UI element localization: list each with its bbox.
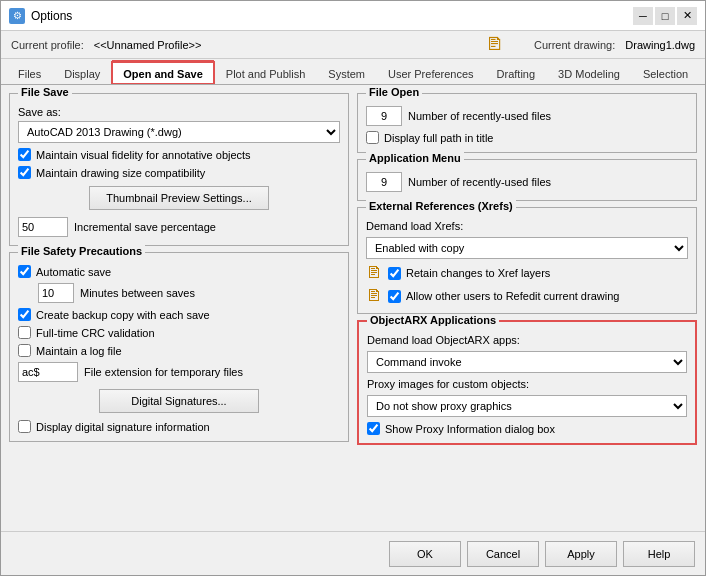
incremental-save-input[interactable] [18, 217, 68, 237]
digital-info-checkbox[interactable] [18, 420, 31, 433]
backup-label: Create backup copy with each save [36, 309, 210, 321]
xrefs-title: External References (Xrefs) [366, 200, 516, 212]
content-area: File Save Save as: AutoCAD 2013 Drawing … [1, 85, 705, 531]
crc-checkbox-row: Full-time CRC validation [18, 326, 340, 339]
allow-refedit-label: Allow other users to Refedit current dra… [406, 290, 619, 302]
drawing-size-checkbox[interactable] [18, 166, 31, 179]
tab-files[interactable]: Files [7, 62, 52, 84]
visual-fidelity-checkbox[interactable] [18, 148, 31, 161]
retain-changes-checkbox-row: Retain changes to Xref layers [388, 267, 550, 280]
tab-drafting[interactable]: Drafting [486, 62, 547, 84]
save-as-row: Save as: AutoCAD 2013 Drawing (*.dwg) [18, 106, 340, 143]
allow-refedit-checkbox-row: Allow other users to Refedit current dra… [388, 290, 619, 303]
right-panel: File Open Number of recently-used files … [357, 93, 697, 523]
minutes-input[interactable] [38, 283, 74, 303]
tab-system[interactable]: System [317, 62, 376, 84]
recent-files-input[interactable] [366, 106, 402, 126]
xref-icon-1: 🖹 [366, 264, 382, 282]
objectarx-group: ObjectARX Applications Demand load Objec… [357, 320, 697, 445]
app-menu-recent-input[interactable] [366, 172, 402, 192]
proxy-images-dropdown[interactable]: Do not show proxy graphics [367, 395, 687, 417]
demand-load-xrefs-label: Demand load Xrefs: [366, 220, 688, 232]
auto-save-checkbox[interactable] [18, 265, 31, 278]
save-as-label: Save as: [18, 106, 340, 118]
recent-files-label: Number of recently-used files [408, 110, 551, 122]
drawing-icon: 🖹 [486, 34, 504, 55]
xrefs-content: Demand load Xrefs: Enabled with copy 🖹 R… [366, 220, 688, 305]
crc-label: Full-time CRC validation [36, 327, 155, 339]
digital-info-checkbox-row: Display digital signature information [18, 420, 340, 433]
show-proxy-checkbox-row: Show Proxy Information dialog box [367, 422, 687, 435]
left-panel: File Save Save as: AutoCAD 2013 Drawing … [9, 93, 349, 523]
profile-bar: Current profile: <<Unnamed Profile>> 🖹 C… [1, 31, 705, 59]
full-path-checkbox[interactable] [366, 131, 379, 144]
app-icon: ⚙ [9, 8, 25, 24]
file-open-group: File Open Number of recently-used files … [357, 93, 697, 153]
tab-selection[interactable]: Selection [632, 62, 699, 84]
tab-3d-modeling[interactable]: 3D Modeling [547, 62, 631, 84]
tab-display[interactable]: Display [53, 62, 111, 84]
file-ext-label: File extension for temporary files [84, 366, 243, 378]
window-controls: ─ □ ✕ [633, 7, 697, 25]
visual-fidelity-checkbox-row: Maintain visual fidelity for annotative … [18, 148, 340, 161]
objectarx-content: Demand load ObjectARX apps: Command invo… [367, 334, 687, 435]
backup-checkbox-row: Create backup copy with each save [18, 308, 340, 321]
apply-button[interactable]: Apply [545, 541, 617, 567]
thumbnail-preview-button[interactable]: Thumbnail Preview Settings... [89, 186, 269, 210]
auto-save-label: Automatic save [36, 266, 111, 278]
current-drawing-label: Current drawing: [534, 39, 615, 51]
log-file-label: Maintain a log file [36, 345, 122, 357]
title-bar-left: ⚙ Options [9, 8, 72, 24]
digital-info-label: Display digital signature information [36, 421, 210, 433]
incremental-save-row: Incremental save percentage [18, 217, 340, 237]
file-open-title: File Open [366, 86, 422, 98]
tab-open-save[interactable]: Open and Save [112, 62, 213, 84]
xref-icon-2: 🖹 [366, 287, 382, 305]
log-file-checkbox[interactable] [18, 344, 31, 357]
file-save-content: Save as: AutoCAD 2013 Drawing (*.dwg) Ma… [18, 106, 340, 237]
file-safety-group: File Safety Precautions Automatic save M… [9, 252, 349, 442]
window-title: Options [31, 9, 72, 23]
retain-changes-label: Retain changes to Xref layers [406, 267, 550, 279]
options-dialog: ⚙ Options ─ □ ✕ Current profile: <<Unnam… [0, 0, 706, 576]
profile-name: <<Unnamed Profile>> [94, 39, 202, 51]
tab-user-preferences[interactable]: User Preferences [377, 62, 485, 84]
objectarx-title: ObjectARX Applications [367, 314, 499, 326]
file-safety-title: File Safety Precautions [18, 245, 145, 257]
save-as-dropdown[interactable]: AutoCAD 2013 Drawing (*.dwg) [18, 121, 340, 143]
app-menu-content: Number of recently-used files [366, 172, 688, 192]
retain-changes-row: 🖹 Retain changes to Xref layers [366, 264, 688, 282]
tab-plot-publish[interactable]: Plot and Publish [215, 62, 317, 84]
xrefs-group: External References (Xrefs) Demand load … [357, 207, 697, 314]
minutes-row: Minutes between saves [18, 283, 340, 303]
show-proxy-checkbox[interactable] [367, 422, 380, 435]
minimize-button[interactable]: ─ [633, 7, 653, 25]
file-ext-input[interactable] [18, 362, 78, 382]
crc-checkbox[interactable] [18, 326, 31, 339]
file-safety-content: Automatic save Minutes between saves Cre… [18, 265, 340, 433]
demand-load-arx-dropdown[interactable]: Command invoke [367, 351, 687, 373]
help-button[interactable]: Help [623, 541, 695, 567]
drawing-size-label: Maintain drawing size compatibility [36, 167, 205, 179]
digital-signatures-button[interactable]: Digital Signatures... [99, 389, 259, 413]
backup-checkbox[interactable] [18, 308, 31, 321]
ok-button[interactable]: OK [389, 541, 461, 567]
retain-changes-checkbox[interactable] [388, 267, 401, 280]
full-path-label: Display full path in title [384, 132, 493, 144]
tab-profiles[interactable]: Profiles [700, 62, 705, 84]
show-proxy-label: Show Proxy Information dialog box [385, 423, 555, 435]
bottom-bar: OK Cancel Apply Help [1, 531, 705, 575]
proxy-images-label: Proxy images for custom objects: [367, 378, 687, 390]
maximize-button[interactable]: □ [655, 7, 675, 25]
demand-load-xrefs-dropdown[interactable]: Enabled with copy [366, 237, 688, 259]
allow-refedit-checkbox[interactable] [388, 290, 401, 303]
file-open-content: Number of recently-used files Display fu… [366, 106, 688, 144]
app-menu-recent-row: Number of recently-used files [366, 172, 688, 192]
auto-save-checkbox-row: Automatic save [18, 265, 340, 278]
close-button[interactable]: ✕ [677, 7, 697, 25]
file-save-title: File Save [18, 86, 72, 98]
drawing-name: Drawing1.dwg [625, 39, 695, 51]
visual-fidelity-label: Maintain visual fidelity for annotative … [36, 149, 251, 161]
app-menu-recent-label: Number of recently-used files [408, 176, 551, 188]
cancel-button[interactable]: Cancel [467, 541, 539, 567]
